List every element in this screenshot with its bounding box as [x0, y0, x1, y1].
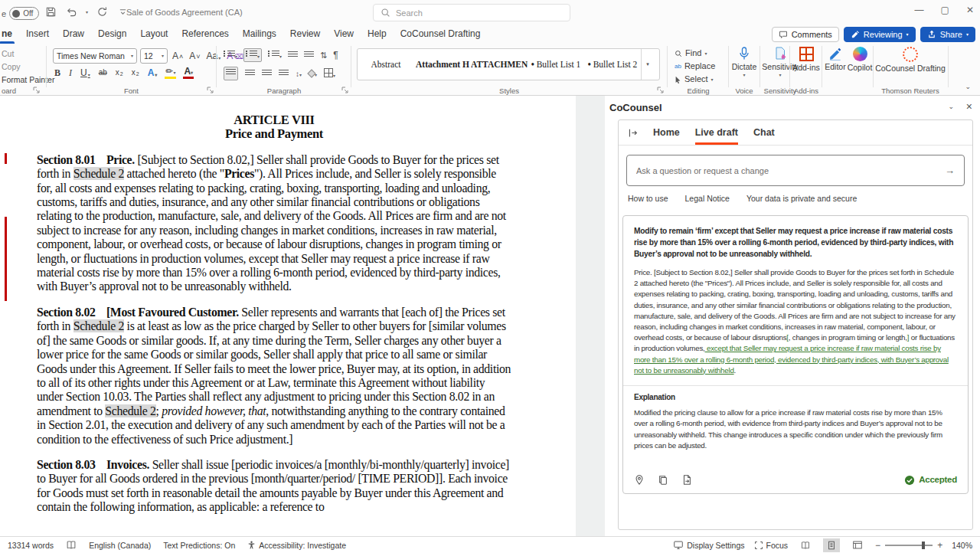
style-bullet-list-2[interactable]: • Bullet List 2 [584, 60, 641, 69]
find-button[interactable]: Find▾ [675, 47, 728, 60]
style-attachment-heading[interactable]: Attachment H [414, 60, 471, 69]
font-name-select[interactable]: Times New Roman▾ [53, 48, 137, 64]
zoom-level[interactable]: 140% [952, 541, 972, 550]
align-left-button[interactable] [224, 67, 238, 80]
style-abstract[interactable]: Abstract [358, 60, 414, 69]
align-right-button[interactable] [262, 70, 272, 77]
read-mode-button[interactable] [797, 538, 814, 552]
search-input[interactable] [396, 8, 549, 18]
styles-dialog-launcher-icon[interactable] [657, 87, 664, 93]
undo-dropdown-icon[interactable]: ▾ [86, 10, 88, 15]
document-page[interactable]: ARTICLE VIII Price and Payment Section 8… [0, 96, 576, 536]
paragraph-marks-button[interactable]: ¶ [333, 50, 338, 61]
text-effects-button[interactable]: A▾ [146, 67, 159, 78]
tab-view[interactable]: View [327, 25, 361, 44]
zoom-out-icon[interactable]: − [875, 540, 880, 551]
replace-button[interactable]: ab Replace [675, 60, 728, 73]
display-settings-button[interactable]: Display Settings [673, 540, 744, 550]
copilot-button[interactable]: Copilot [847, 47, 873, 72]
panel-tab-home[interactable]: Home [653, 120, 680, 145]
paragraph-dialog-launcher-icon[interactable] [341, 87, 348, 93]
copy-button[interactable]: Copy [2, 61, 46, 74]
font-dialog-launcher-icon[interactable] [207, 87, 214, 93]
focus-button[interactable]: Focus [754, 541, 789, 550]
style-bullet-list-1[interactable]: • Bullet List 1 [528, 60, 584, 69]
proofing-icon[interactable] [66, 540, 77, 550]
panel-close-icon[interactable]: × [966, 100, 972, 113]
document-content[interactable]: ARTICLE VIII Price and Payment Section 8… [37, 113, 511, 515]
font-color-button[interactable]: A▾ [182, 67, 194, 79]
subscript-button[interactable]: x2 [114, 68, 125, 77]
panel-tab-live-draft[interactable]: Live draft [695, 120, 738, 145]
save-icon[interactable] [44, 5, 57, 18]
maximize-icon[interactable]: ▢ [941, 5, 949, 15]
word-count[interactable]: 13314 words [8, 541, 54, 550]
increase-indent-button[interactable] [304, 51, 314, 59]
share-button[interactable]: Share ▾ [920, 27, 975, 42]
select-button[interactable]: Select▾ [675, 73, 728, 86]
editor-button[interactable]: Editor [822, 47, 848, 71]
legal-notice-link[interactable]: Legal Notice [685, 194, 730, 203]
clipboard-dialog-launcher-icon[interactable] [33, 87, 40, 93]
tab-insert[interactable]: Insert [19, 25, 56, 44]
copy-icon[interactable] [658, 474, 668, 486]
language-status[interactable]: English (Canada) [89, 541, 151, 550]
text-predictions-status[interactable]: Text Predictions: On [163, 541, 235, 550]
tab-mailings[interactable]: Mailings [236, 25, 283, 44]
decrease-indent-button[interactable] [288, 51, 298, 59]
dictate-button[interactable]: Dictate▾ [729, 47, 760, 77]
zoom-in-icon[interactable]: + [937, 540, 942, 551]
underline-button[interactable]: U▾ [79, 67, 92, 78]
borders-button[interactable]: ▾ [324, 68, 335, 79]
web-layout-button[interactable] [849, 538, 866, 552]
print-layout-button[interactable] [823, 538, 840, 552]
line-spacing-button[interactable]: ↕▾ [296, 70, 302, 78]
submit-arrow-icon[interactable]: → [945, 165, 955, 176]
autosave-toggle[interactable]: Off [9, 7, 39, 20]
font-size-select[interactable]: 12▾ [140, 48, 168, 64]
redo-icon[interactable] [96, 5, 109, 18]
undo-icon[interactable] [65, 5, 78, 18]
tab-references[interactable]: References [175, 25, 235, 44]
document-scrollbar-gutter[interactable] [576, 96, 605, 536]
multilevel-list-button[interactable]: ▾ [268, 51, 282, 60]
autosave-control[interactable]: e Off [2, 7, 39, 20]
tab-home[interactable]: ne [0, 25, 19, 44]
align-center-button[interactable] [245, 70, 255, 77]
how-to-use-link[interactable]: How to use [628, 194, 668, 203]
minimize-icon[interactable]: — [915, 5, 924, 15]
tab-layout[interactable]: Layout [133, 25, 175, 44]
panel-chevron-down-icon[interactable]: ⌄ [948, 103, 954, 110]
italic-button[interactable]: I [67, 67, 74, 78]
accessibility-status[interactable]: Accessibility: Investigate [247, 540, 346, 550]
styles-gallery-more-icon[interactable]: ▾ [641, 49, 654, 80]
addins-button[interactable]: Add-ins [790, 47, 822, 72]
comments-button[interactable]: Comments [772, 27, 839, 42]
strikethrough-button[interactable]: ab [97, 68, 109, 77]
shading-button[interactable]: ▾ [309, 69, 317, 78]
ask-input-box[interactable]: → [626, 155, 965, 186]
tab-cocounsel-drafting[interactable]: CoCounsel Drafting [394, 25, 488, 44]
panel-tab-chat[interactable]: Chat [753, 120, 775, 145]
justify-button[interactable] [279, 70, 289, 77]
collapse-ribbon-icon[interactable]: ⌄ [965, 83, 971, 90]
bullets-button[interactable]: ▾ [224, 51, 237, 60]
superscript-button[interactable]: x2 [130, 68, 141, 77]
cocounsel-drafting-button[interactable]: CoCounsel Drafting [874, 47, 947, 73]
grow-font-button[interactable]: A˄ [171, 51, 185, 61]
tab-draw[interactable]: Draw [56, 25, 91, 44]
export-document-icon[interactable] [681, 474, 692, 486]
ask-input[interactable] [636, 166, 939, 175]
shrink-font-button[interactable]: A˅ [188, 51, 201, 61]
highlight-color-button[interactable]: ✏▾ [164, 67, 177, 79]
tab-help[interactable]: Help [361, 25, 394, 44]
zoom-slider[interactable] [885, 545, 933, 546]
reviewing-button[interactable]: Reviewing ▾ [844, 27, 916, 42]
format-painter-button[interactable]: Format Painter [2, 74, 46, 87]
locate-pin-icon[interactable] [634, 474, 645, 486]
tab-review[interactable]: Review [283, 25, 327, 44]
numbering-button[interactable]: ▾ [243, 48, 262, 62]
bold-button[interactable]: B [53, 67, 62, 78]
close-icon[interactable]: ✕ [966, 5, 974, 15]
panel-collapse-icon[interactable] [628, 128, 638, 138]
